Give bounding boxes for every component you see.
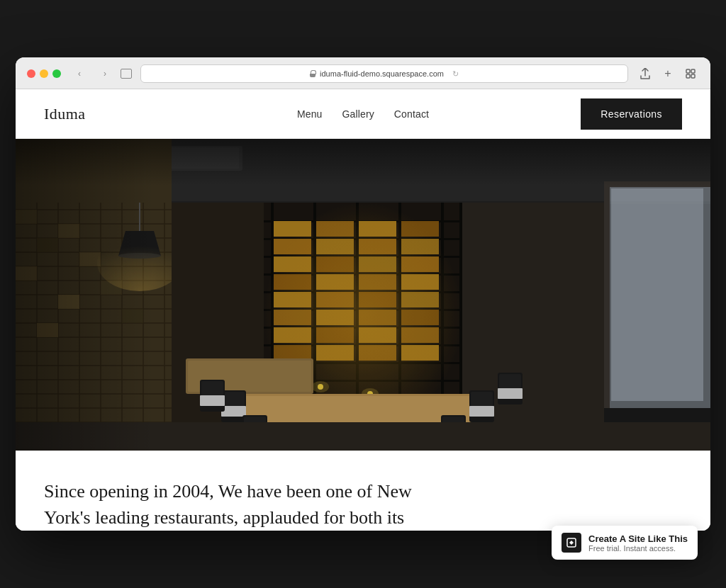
badge-subtitle: Free trial. Instant access. bbox=[588, 544, 688, 553]
plus-icon: + bbox=[664, 67, 671, 80]
svg-rect-3 bbox=[691, 74, 695, 78]
tabs-button[interactable] bbox=[682, 65, 699, 82]
browser-controls: ‹ › bbox=[69, 67, 132, 81]
url-text: iduma-fluid-demo.squarespace.com bbox=[320, 69, 444, 78]
badge-title: Create A Site Like This bbox=[588, 533, 688, 544]
svg-rect-1 bbox=[691, 69, 695, 73]
svg-rect-0 bbox=[686, 69, 690, 73]
hero-section bbox=[16, 139, 710, 451]
share-icon bbox=[640, 68, 650, 79]
forward-button[interactable]: › bbox=[95, 67, 115, 81]
intro-text: Since opening in 2004, We have been one … bbox=[44, 479, 469, 531]
close-button[interactable] bbox=[27, 69, 35, 78]
browser-window: ‹ › iduma-fluid-demo.squarespace.com ↻ + bbox=[16, 57, 710, 531]
back-button[interactable]: ‹ bbox=[69, 67, 89, 81]
forward-icon: › bbox=[104, 69, 106, 79]
reservations-button[interactable]: Reservations bbox=[581, 98, 682, 130]
share-button[interactable] bbox=[637, 65, 654, 82]
site-nav: Menu Gallery Contact bbox=[297, 108, 429, 120]
sq-logo-icon bbox=[566, 537, 577, 548]
minimize-button[interactable] bbox=[40, 69, 48, 78]
traffic-lights bbox=[27, 69, 61, 78]
window-icon bbox=[121, 69, 132, 79]
hero-image bbox=[16, 139, 710, 451]
svg-rect-2 bbox=[686, 74, 690, 78]
lock-icon bbox=[310, 70, 315, 77]
squarespace-badge-text: Create A Site Like This Free trial. Inst… bbox=[588, 533, 688, 553]
svg-rect-133 bbox=[16, 139, 710, 451]
nav-gallery-link[interactable]: Gallery bbox=[342, 108, 374, 120]
nav-contact-link[interactable]: Contact bbox=[394, 108, 429, 120]
tabs-icon bbox=[686, 69, 696, 79]
maximize-button[interactable] bbox=[52, 69, 61, 78]
squarespace-badge[interactable]: Create A Site Like This Free trial. Inst… bbox=[552, 526, 698, 560]
site-content: Iduma Menu Gallery Contact Reservations bbox=[16, 89, 710, 531]
nav-menu-link[interactable]: Menu bbox=[297, 108, 323, 120]
text-section: Since opening in 2004, We have been one … bbox=[16, 451, 710, 531]
squarespace-logo bbox=[562, 533, 581, 553]
reload-icon: ↻ bbox=[452, 69, 459, 79]
new-tab-button[interactable]: + bbox=[659, 65, 676, 82]
site-header: Iduma Menu Gallery Contact Reservations bbox=[16, 89, 710, 139]
browser-actions: + bbox=[637, 65, 699, 82]
address-bar[interactable]: iduma-fluid-demo.squarespace.com ↻ bbox=[140, 64, 628, 83]
site-logo[interactable]: Iduma bbox=[44, 105, 85, 123]
browser-chrome: ‹ › iduma-fluid-demo.squarespace.com ↻ + bbox=[16, 57, 710, 89]
back-icon: ‹ bbox=[78, 69, 81, 79]
